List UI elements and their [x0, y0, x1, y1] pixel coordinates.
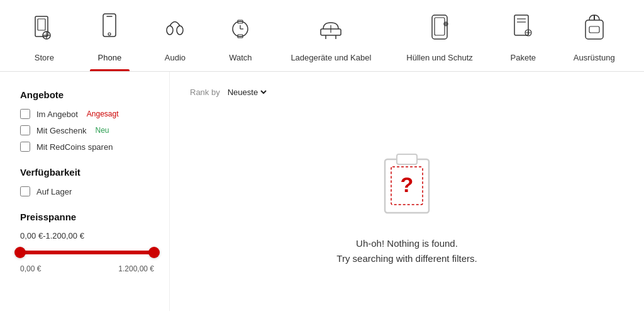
svg-point-7 [108, 33, 111, 35]
svg-rect-20 [435, 18, 445, 35]
slider-thumb-max[interactable] [148, 247, 160, 258]
nav-item-ladegeraete[interactable]: Ladegeräte und Kabel [273, 11, 389, 71]
nav-label-audio: Audio [165, 53, 186, 62]
checkbox-auf-lager[interactable] [20, 186, 30, 196]
sidebar: Angebote Im Angebot Angesagt Mit Geschen… [0, 72, 170, 311]
charger-icon [316, 11, 346, 49]
top-navigation: Store Phone Audio [0, 0, 644, 72]
nav-label-huellenundschutz: Hüllen und Schutz [406, 53, 473, 62]
content-area: Rank by Neueste ? Uh-oh! Nothing [170, 72, 644, 311]
nav-item-pakete[interactable]: Pakete [491, 11, 556, 71]
filter-redcoins-label: Mit RedCoins sparen [36, 142, 113, 152]
preisspanne-section: Preisspanne 0,00 €-1.200,00 € 0,00 € 1.2… [20, 212, 154, 273]
nav-item-huellenundschutz[interactable]: Hüllen und Schutz [389, 11, 491, 71]
preisspanne-title: Preisspanne [20, 212, 154, 222]
svg-point-8 [167, 26, 173, 35]
nav-item-store[interactable]: Store [11, 11, 77, 71]
angebote-title: Angebote [20, 89, 154, 100]
svg-rect-24 [514, 15, 528, 35]
slider-min-value: 0,00 € [20, 264, 41, 273]
rank-by-label: Rank by [190, 88, 220, 97]
nav-item-watch[interactable]: Watch [208, 11, 273, 71]
filter-geschenk-badge: Neu [95, 126, 109, 135]
filter-auf-lager[interactable]: Auf Lager [20, 186, 154, 196]
backpack-icon [579, 11, 609, 49]
svg-rect-1 [38, 19, 45, 30]
svg-rect-0 [35, 16, 48, 37]
filter-angebot-label: Im Angebot [36, 110, 78, 119]
slider-fill [20, 251, 154, 254]
nav-label-ausruestung: Ausrüstung [574, 53, 615, 62]
filter-angebot-badge: Angesagt [87, 110, 119, 118]
watch-icon [225, 11, 255, 49]
empty-title-line1: Uh-oh! Nothing is found. [356, 238, 458, 249]
verfuegbarkeit-title: Verfügbarkeit [20, 167, 154, 178]
nav-item-audio[interactable]: Audio [142, 11, 208, 71]
svg-point-9 [177, 26, 183, 35]
filter-redcoins[interactable]: Mit RedCoins sparen [20, 142, 154, 152]
clipboard-icon: ? [375, 148, 438, 223]
nav-label-phone: Phone [98, 53, 122, 62]
audio-icon [160, 11, 190, 49]
checkbox-redcoins[interactable] [20, 142, 30, 152]
price-range-label: 0,00 €-1.200,00 € [20, 231, 154, 240]
checkbox-angebot[interactable] [20, 109, 30, 119]
svg-text:?: ? [401, 172, 414, 196]
nav-label-store: Store [35, 53, 54, 62]
empty-state: ? Uh-oh! Nothing is found. Try searching… [190, 123, 624, 279]
filter-angebot[interactable]: Im Angebot Angesagt [20, 109, 154, 119]
slider-max-value: 1.200,00 € [118, 264, 154, 273]
svg-rect-30 [586, 20, 603, 39]
filter-geschenk-label: Mit Geschenk [36, 126, 86, 135]
checkbox-geschenk[interactable] [20, 125, 30, 135]
nav-label-pakete: Pakete [511, 53, 536, 62]
angebote-section: Angebote Im Angebot Angesagt Mit Geschen… [20, 89, 154, 152]
empty-title-line2: Try searching with different filters. [336, 253, 477, 264]
price-slider[interactable] [20, 251, 154, 254]
nav-item-phone[interactable]: Phone [77, 11, 142, 71]
nav-label-watch: Watch [229, 53, 252, 62]
rank-bar: Rank by Neueste [190, 87, 624, 98]
rank-select[interactable]: Neueste [225, 87, 269, 98]
slider-min-max: 0,00 € 1.200,00 € [20, 264, 154, 273]
empty-state-title: Uh-oh! Nothing is found. Try searching w… [336, 236, 477, 266]
nav-label-ladegeraete: Ladegeräte und Kabel [291, 53, 371, 62]
slider-thumb-min[interactable] [14, 247, 26, 258]
store-icon [29, 11, 59, 49]
main-container: Angebote Im Angebot Angesagt Mit Geschen… [0, 72, 644, 311]
nav-item-ausruestung[interactable]: Ausrüstung [556, 11, 633, 71]
svg-rect-31 [589, 26, 599, 33]
verfuegbarkeit-section: Verfügbarkeit Auf Lager [20, 167, 154, 196]
filter-geschenk[interactable]: Mit Geschenk Neu [20, 125, 154, 135]
pakete-icon [508, 11, 538, 49]
auf-lager-label: Auf Lager [36, 187, 72, 196]
case-icon [425, 11, 455, 49]
phone-icon [94, 11, 125, 49]
svg-rect-34 [397, 154, 417, 164]
